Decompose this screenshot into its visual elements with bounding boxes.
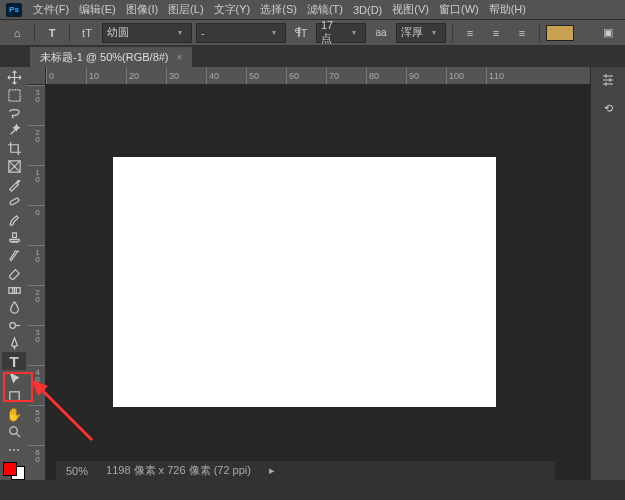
canvas-area: 0 10 20 30 40 50 60 70 80 90 100 110 30 … xyxy=(28,67,590,480)
color-picker[interactable] xyxy=(3,462,25,480)
ruler-mark: 30 xyxy=(28,325,46,365)
brush-tool[interactable] xyxy=(2,211,26,229)
svg-point-4 xyxy=(9,323,15,329)
ruler-origin[interactable] xyxy=(28,67,46,85)
edit-toolbar-button[interactable]: ⋯ xyxy=(2,441,26,459)
menu-select[interactable]: 选择(S) xyxy=(255,2,302,17)
chevron-down-icon: ▾ xyxy=(173,28,187,37)
ruler-mark: 20 xyxy=(28,285,46,325)
menu-view[interactable]: 视图(V) xyxy=(387,2,434,17)
ruler-mark: 20 xyxy=(126,67,166,84)
home-button[interactable]: ⌂ xyxy=(6,23,28,43)
document-tab-title: 未标题-1 @ 50%(RGB/8#) xyxy=(40,50,169,65)
zoom-level[interactable]: 50% xyxy=(66,465,88,477)
antialias-value: 浑厚 xyxy=(401,25,427,40)
type-tool[interactable]: T xyxy=(2,352,26,370)
blur-tool[interactable] xyxy=(2,299,26,317)
ruler-mark: 10 xyxy=(86,67,126,84)
chevron-down-icon: ▾ xyxy=(267,28,281,37)
chevron-down-icon: ▾ xyxy=(347,28,361,37)
svg-rect-2 xyxy=(9,198,19,206)
properties-panel-icon[interactable] xyxy=(596,69,620,91)
tool-preset-button[interactable]: T xyxy=(41,23,63,43)
separator xyxy=(34,24,35,42)
size-icon: ⸿T xyxy=(290,23,312,43)
eraser-tool[interactable] xyxy=(2,264,26,282)
svg-point-6 xyxy=(9,427,17,435)
menu-help[interactable]: 帮助(H) xyxy=(484,2,531,17)
menu-image[interactable]: 图像(I) xyxy=(121,2,163,17)
antialias-select[interactable]: 浑厚 ▾ xyxy=(396,23,446,43)
ruler-mark: 50 xyxy=(246,67,286,84)
close-tab-button[interactable]: × xyxy=(177,52,183,63)
zoom-tool[interactable] xyxy=(2,423,26,441)
pen-tool[interactable] xyxy=(2,335,26,353)
menu-type[interactable]: 文字(Y) xyxy=(209,2,256,17)
lasso-tool[interactable] xyxy=(2,104,26,122)
separator xyxy=(539,24,540,42)
eyedropper-tool[interactable] xyxy=(2,175,26,193)
ruler-vertical[interactable]: 30 20 10 0 10 20 30 40 50 60 70 xyxy=(28,85,46,480)
panel-toggle-button[interactable]: ▣ xyxy=(597,23,619,43)
ruler-mark: 30 xyxy=(166,67,206,84)
ruler-mark: 0 xyxy=(28,205,46,245)
svg-rect-0 xyxy=(8,90,19,101)
status-bar: 50% 1198 像素 x 726 像素 (72 ppi) ▸ xyxy=(56,460,555,480)
ruler-mark: 0 xyxy=(46,67,86,84)
align-center-button[interactable]: ≡ xyxy=(485,23,507,43)
caret-icon[interactable]: ▸ xyxy=(269,464,275,477)
font-size-value: 17 点 xyxy=(321,19,347,46)
ruler-mark: 80 xyxy=(366,67,406,84)
hand-tool[interactable]: ✋ xyxy=(2,405,26,423)
align-left-button[interactable]: ≡ xyxy=(459,23,481,43)
document-tab[interactable]: 未标题-1 @ 50%(RGB/8#) × xyxy=(30,47,192,67)
ruler-mark: 70 xyxy=(326,67,366,84)
shape-tool[interactable] xyxy=(2,388,26,406)
font-family-value: 幼圆 xyxy=(107,25,173,40)
ruler-mark: 90 xyxy=(406,67,446,84)
history-panel-icon[interactable]: ⟲ xyxy=(596,97,620,119)
app-icon: Ps xyxy=(6,3,22,17)
document-canvas[interactable] xyxy=(113,157,496,407)
orientation-button[interactable]: tT xyxy=(76,23,98,43)
crop-tool[interactable] xyxy=(2,140,26,158)
document-dimensions[interactable]: 1198 像素 x 726 像素 (72 ppi) xyxy=(106,463,251,478)
menu-window[interactable]: 窗口(W) xyxy=(434,2,484,17)
text-color-swatch[interactable] xyxy=(546,25,574,41)
menu-edit[interactable]: 编辑(E) xyxy=(74,2,121,17)
font-size-select[interactable]: 17 点 ▾ xyxy=(316,23,366,43)
align-right-button[interactable]: ≡ xyxy=(511,23,533,43)
marquee-tool[interactable] xyxy=(2,87,26,105)
svg-rect-5 xyxy=(9,392,18,401)
separator xyxy=(69,24,70,42)
move-tool[interactable] xyxy=(2,69,26,87)
font-style-value: - xyxy=(201,27,267,39)
menu-3d[interactable]: 3D(D) xyxy=(348,4,387,16)
chevron-down-icon: ▾ xyxy=(427,28,441,37)
ruler-mark: 10 xyxy=(28,245,46,285)
ruler-horizontal[interactable]: 0 10 20 30 40 50 60 70 80 90 100 110 xyxy=(46,67,590,85)
stamp-tool[interactable] xyxy=(2,228,26,246)
aa-label: aa xyxy=(370,23,392,43)
font-family-select[interactable]: 幼圆 ▾ xyxy=(102,23,192,43)
menu-layer[interactable]: 图层(L) xyxy=(163,2,208,17)
ruler-mark: 30 xyxy=(28,85,46,125)
path-select-tool[interactable] xyxy=(2,370,26,388)
menu-filter[interactable]: 滤镜(T) xyxy=(302,2,348,17)
ruler-mark: 60 xyxy=(28,445,46,480)
foreground-color-swatch[interactable] xyxy=(3,462,17,476)
toolbar: T ✋ ⋯ xyxy=(0,67,28,480)
heal-tool[interactable] xyxy=(2,193,26,211)
gradient-tool[interactable] xyxy=(2,281,26,299)
ruler-mark: 110 xyxy=(486,67,526,84)
ruler-mark: 50 xyxy=(28,405,46,445)
history-brush-tool[interactable] xyxy=(2,246,26,264)
menu-file[interactable]: 文件(F) xyxy=(28,2,74,17)
ruler-mark: 100 xyxy=(446,67,486,84)
dodge-tool[interactable] xyxy=(2,317,26,335)
frame-tool[interactable] xyxy=(2,158,26,176)
ruler-mark: 20 xyxy=(28,125,46,165)
ruler-mark: 60 xyxy=(286,67,326,84)
wand-tool[interactable] xyxy=(2,122,26,140)
font-style-select[interactable]: - ▾ xyxy=(196,23,286,43)
